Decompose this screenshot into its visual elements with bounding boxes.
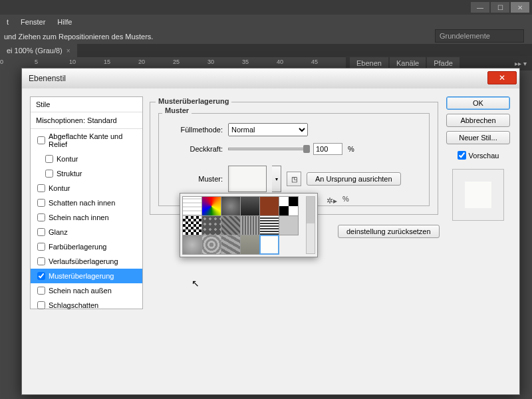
style-row[interactable]: Struktur bbox=[31, 166, 142, 181]
style-checkbox[interactable] bbox=[45, 155, 53, 163]
preview-label: Vorschau bbox=[469, 152, 499, 160]
style-label: Kontur bbox=[49, 184, 70, 192]
style-checkbox[interactable] bbox=[37, 257, 45, 265]
gear-icon[interactable]: ✲▸ bbox=[327, 196, 337, 205]
style-label: Glanz bbox=[49, 228, 68, 236]
document-tab-label: ei 100% (Grau/8) bbox=[7, 47, 63, 55]
pattern-thumbnail[interactable] bbox=[182, 235, 202, 255]
preview-checkbox[interactable] bbox=[458, 151, 466, 160]
reset-default-button[interactable]: deinstellung zurücksetzen bbox=[338, 225, 440, 238]
style-label: Kontur bbox=[57, 155, 78, 163]
menu-item-help[interactable]: Hilfe bbox=[57, 18, 72, 26]
style-checkbox[interactable] bbox=[37, 199, 45, 207]
styles-list: Stile Mischoptionen: Standard Abgeflacht… bbox=[30, 96, 143, 309]
pattern-thumbnail-selected[interactable] bbox=[259, 235, 279, 255]
pattern-thumbnail[interactable] bbox=[182, 196, 202, 216]
style-row[interactable]: Schatten nach innen bbox=[31, 196, 142, 210]
snap-origin-button[interactable]: An Ursprung ausrichten bbox=[307, 172, 401, 186]
style-checkbox[interactable] bbox=[37, 272, 45, 280]
style-row[interactable]: Verlaufsüberlagerung bbox=[31, 254, 142, 269]
fillmode-select[interactable]: Normal bbox=[228, 123, 308, 136]
pattern-thumbnail[interactable] bbox=[279, 215, 299, 235]
close-icon[interactable]: × bbox=[66, 47, 70, 55]
inner-group-title: Muster bbox=[162, 106, 192, 114]
panel-expand-icon[interactable]: ▸▸ ▾ bbox=[509, 59, 532, 68]
style-row[interactable]: Glanz bbox=[31, 225, 142, 239]
hint-text: und Ziehen zum Repositionieren des Muste… bbox=[4, 33, 153, 41]
style-label: Struktur bbox=[57, 170, 82, 178]
styles-header[interactable]: Stile bbox=[31, 97, 142, 112]
style-label: Schein nach innen bbox=[49, 213, 109, 221]
pattern-thumbnail[interactable] bbox=[201, 196, 221, 216]
ok-button[interactable]: OK bbox=[446, 96, 510, 110]
style-checkbox[interactable] bbox=[37, 243, 45, 251]
fillmode-label: Füllmethode: bbox=[166, 126, 223, 134]
pattern-swatch[interactable] bbox=[228, 166, 267, 192]
style-label: Abgeflachte Kante und Relief bbox=[49, 132, 138, 148]
style-row[interactable]: Kontur bbox=[31, 152, 142, 166]
style-row[interactable]: Kontur bbox=[31, 181, 142, 196]
maximize-button[interactable]: ☐ bbox=[491, 2, 509, 13]
opacity-input[interactable] bbox=[313, 143, 342, 155]
opacity-unit: % bbox=[348, 145, 354, 153]
pattern-thumbnail[interactable] bbox=[221, 235, 241, 255]
menu-item[interactable]: t bbox=[7, 18, 9, 26]
cancel-button[interactable]: Abbrechen bbox=[446, 114, 510, 127]
menu-item-window[interactable]: Fenster bbox=[21, 18, 45, 26]
opacity-slider[interactable] bbox=[228, 148, 308, 150]
document-tab-bar: ei 100% (Grau/8) × bbox=[0, 44, 532, 57]
pattern-thumbnail[interactable] bbox=[259, 215, 279, 235]
preview-thumbnail bbox=[452, 169, 504, 221]
pattern-thumbnail[interactable] bbox=[201, 235, 221, 255]
pattern-grid bbox=[183, 196, 305, 254]
style-label: Verlaufsüberlagerung bbox=[49, 257, 118, 265]
pattern-thumbnail[interactable] bbox=[221, 196, 241, 216]
style-row[interactable]: Schein nach außen bbox=[31, 283, 142, 298]
new-preset-button[interactable]: ◳ bbox=[287, 172, 301, 186]
pattern-thumbnail[interactable] bbox=[182, 215, 202, 235]
close-button[interactable]: ✕ bbox=[511, 2, 529, 13]
pattern-label: Muster: bbox=[166, 175, 223, 183]
pattern-thumbnail[interactable] bbox=[240, 215, 260, 235]
style-row[interactable]: Abgeflachte Kante und Relief bbox=[31, 129, 142, 152]
pattern-scrollbar[interactable] bbox=[306, 196, 315, 254]
opacity-label: Deckkraft: bbox=[166, 145, 223, 153]
pattern-picker-popup: ✲▸ bbox=[180, 193, 318, 257]
pattern-thumbnail[interactable] bbox=[240, 196, 260, 216]
document-tab[interactable]: ei 100% (Grau/8) × bbox=[0, 44, 77, 57]
style-label: Schatten nach innen bbox=[49, 199, 115, 207]
menu-bar: t Fenster Hilfe bbox=[0, 15, 532, 29]
style-label: Schein nach außen bbox=[49, 287, 112, 295]
style-row[interactable]: Schein nach innen bbox=[31, 210, 142, 225]
style-checkbox[interactable] bbox=[37, 184, 45, 192]
style-row[interactable]: Farbüberlagerung bbox=[31, 239, 142, 254]
pattern-thumbnail[interactable] bbox=[240, 235, 260, 255]
style-checkbox[interactable] bbox=[37, 228, 45, 236]
pattern-thumbnail[interactable] bbox=[259, 196, 279, 216]
style-row[interactable]: Schlagschatten bbox=[31, 298, 142, 313]
dialog-close-button[interactable]: ✕ bbox=[487, 71, 517, 84]
window-titlebar: — ☐ ✕ bbox=[0, 0, 532, 15]
preset-dropdown[interactable]: Grundelemente bbox=[435, 29, 524, 43]
style-checkbox[interactable] bbox=[37, 287, 45, 295]
group-title: Musterüberlagerung bbox=[156, 97, 231, 105]
minimize-button[interactable]: — bbox=[471, 2, 489, 13]
blend-options-row[interactable]: Mischoptionen: Standard bbox=[31, 112, 142, 129]
style-checkbox[interactable] bbox=[37, 301, 45, 309]
scale-unit: % bbox=[342, 195, 349, 203]
pattern-thumbnail[interactable] bbox=[279, 196, 299, 216]
pattern-thumbnail[interactable] bbox=[201, 215, 221, 235]
style-checkbox[interactable] bbox=[45, 170, 53, 178]
style-label: Schlagschatten bbox=[49, 301, 98, 309]
dialog-titlebar: Ebenenstil ✕ bbox=[22, 68, 519, 88]
dialog-title: Ebenenstil bbox=[29, 74, 66, 83]
new-style-button[interactable]: Neuer Stil... bbox=[446, 131, 510, 144]
style-checkbox[interactable] bbox=[37, 213, 45, 221]
style-label: Musterüberlagerung bbox=[49, 272, 114, 280]
style-checkbox[interactable] bbox=[37, 136, 45, 144]
style-label: Farbüberlagerung bbox=[49, 243, 106, 251]
style-row[interactable]: Musterüberlagerung bbox=[31, 269, 142, 283]
pattern-thumbnail[interactable] bbox=[221, 215, 241, 235]
pattern-dropdown-button[interactable]: ▾ bbox=[272, 166, 281, 192]
